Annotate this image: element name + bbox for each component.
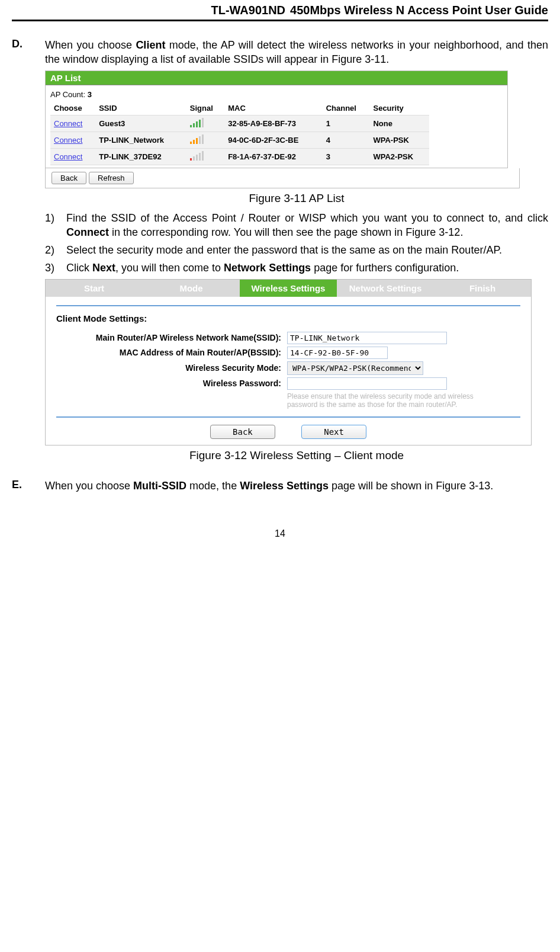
connect-link[interactable]: Connect [54, 119, 82, 128]
table-row: Connect Guest3 32-85-A9-E8-BF-73 1 None [50, 115, 429, 132]
col-choose: Choose [50, 101, 95, 116]
tab-network-settings[interactable]: Network Settings [337, 280, 434, 297]
list-item: 2) Select the security mode and enter th… [45, 243, 548, 257]
model-number: TL-WA901ND [211, 4, 286, 17]
tab-wireless-settings[interactable]: Wireless Settings [240, 280, 337, 297]
tab-finish[interactable]: Finish [434, 280, 531, 297]
wizard-panel: Start Mode Wireless Settings Network Set… [45, 279, 532, 445]
aplist-button-row: Back Refresh [45, 168, 520, 188]
password-hint: Please ensure that the wireless security… [287, 392, 477, 409]
tab-start[interactable]: Start [46, 280, 143, 297]
security-mode-label: Wireless Security Mode: [56, 363, 287, 373]
mac-cell: F8-1A-67-37-DE-92 [228, 152, 296, 161]
tab-mode[interactable]: Mode [143, 280, 240, 297]
figure-3-12-caption: Figure 3-12 Wireless Setting – Client mo… [45, 449, 548, 462]
signal-icon [190, 118, 203, 127]
connect-link[interactable]: Connect [54, 152, 82, 161]
connect-link[interactable]: Connect [54, 136, 82, 145]
page-header: TL-WA901ND 450Mbps Wireless N Access Poi… [12, 0, 548, 21]
bssid-label: MAC Address of Main Router/AP(BSSID): [56, 348, 287, 357]
aplist-table: Choose SSID Signal MAC Channel Security … [50, 101, 429, 165]
channel-cell: 1 [326, 119, 330, 128]
refresh-button[interactable]: Refresh [89, 172, 134, 184]
col-ssid: SSID [95, 101, 186, 116]
password-input[interactable] [287, 377, 447, 390]
section-d-text-pre: When you choose [45, 39, 136, 51]
back-button[interactable]: Back [52, 172, 86, 184]
col-channel: Channel [323, 101, 370, 116]
ssid-cell: TP-LINK_Network [99, 136, 164, 145]
aplist-panel: AP List AP Count: 3 Choose SSID Signal M… [45, 70, 508, 168]
ssid-label: Main Router/AP Wireless Network Name(SSI… [56, 333, 287, 342]
col-security: Security [369, 101, 429, 116]
list-item: 3) Click Next, you will then come to Net… [45, 261, 548, 275]
guide-title: 450Mbps Wireless N Access Point User Gui… [290, 4, 548, 17]
table-row: Connect TP-LINK_37DE92 F8-1A-67-37-DE-92… [50, 148, 429, 165]
mac-cell: 94-0C-6D-2F-3C-BE [228, 136, 298, 145]
signal-icon [190, 151, 203, 161]
page-number: 14 [12, 528, 548, 539]
section-d-bold: Client [136, 39, 165, 51]
section-d: D. When you choose Client mode, the AP w… [12, 38, 548, 67]
bssid-input[interactable] [287, 347, 388, 359]
figure-3-11-caption: Figure 3-11 AP List [45, 192, 548, 205]
wizard-heading: Client Mode Settings: [56, 313, 520, 323]
wizard-steps: Start Mode Wireless Settings Network Set… [46, 280, 531, 297]
wizard-back-button[interactable]: Back [210, 425, 275, 439]
col-signal: Signal [186, 101, 224, 116]
ssid-cell: TP-LINK_37DE92 [99, 152, 161, 161]
signal-icon [190, 134, 203, 144]
list-item: 1) Find the SSID of the Access Point / R… [45, 211, 548, 240]
wizard-next-button[interactable]: Next [301, 425, 366, 439]
col-mac: MAC [224, 101, 322, 116]
security-cell: WPA-PSK [373, 136, 408, 145]
security-mode-select[interactable]: WPA-PSK/WPA2-PSK(Recommended) [287, 361, 423, 375]
password-label: Wireless Password: [56, 379, 287, 388]
table-row: Connect TP-LINK_Network 94-0C-6D-2F-3C-B… [50, 132, 429, 148]
aplist-count: AP Count: 3 [50, 90, 503, 99]
steps-list: 1) Find the SSID of the Access Point / R… [45, 211, 548, 275]
section-e-label: E. [12, 479, 45, 493]
section-e: E. When you choose Multi-SSID mode, the … [12, 479, 548, 493]
security-cell: None [373, 119, 392, 128]
mac-cell: 32-85-A9-E8-BF-73 [228, 119, 296, 128]
channel-cell: 4 [326, 136, 330, 145]
security-cell: WPA2-PSK [373, 152, 413, 161]
ssid-input[interactable] [287, 332, 447, 344]
ssid-cell: Guest3 [99, 119, 125, 128]
section-d-label: D. [12, 38, 45, 67]
aplist-title: AP List [46, 71, 507, 85]
channel-cell: 3 [326, 152, 330, 161]
